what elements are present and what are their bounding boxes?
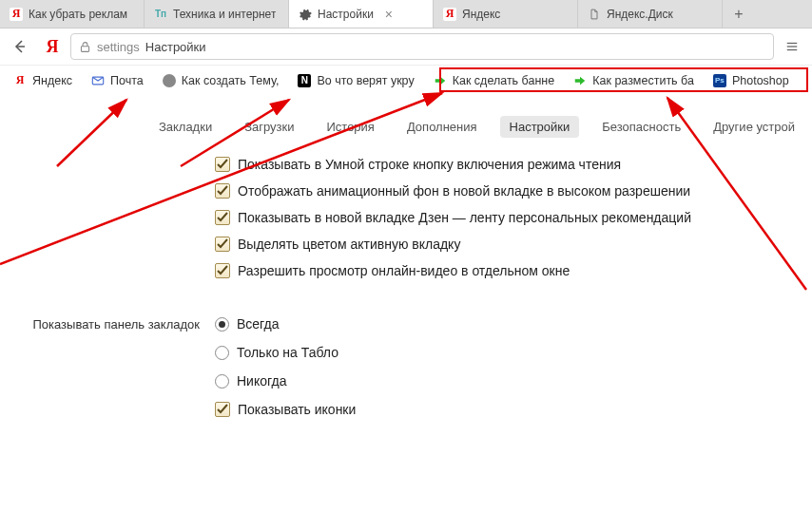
address-bar[interactable]: settings Настройки (70, 33, 774, 60)
checkbox-row[interactable]: Показывать в Умной строке кнопку включен… (215, 157, 812, 172)
tab-strip: Я Как убрать реклам Tп Техника и интерне… (0, 0, 812, 28)
radio-label: Только на Табло (237, 345, 338, 360)
bookmark-label: Почта (110, 74, 144, 87)
checkbox-checked-icon (215, 402, 230, 417)
site-icon: Tп (154, 8, 167, 21)
yandex-icon: Я (10, 8, 23, 21)
tab-title: Настройки (318, 8, 374, 21)
bookmark-label: Во что верят укру (317, 74, 414, 87)
checkbox-checked-icon (215, 263, 230, 278)
gear-icon (299, 8, 312, 21)
checkbox-checked-icon (215, 183, 230, 199)
bookmark-item[interactable]: Я Яндекс (6, 70, 80, 91)
checkbox-label: Выделять цветом активную вкладку (238, 237, 460, 252)
bookmark-label: Яндекс (32, 74, 72, 87)
checkbox-label: Показывать в Умной строке кнопку включен… (238, 157, 621, 172)
radio-label: Всегда (237, 316, 280, 332)
site-icon: N (298, 74, 311, 87)
nav-other[interactable]: Другие устрой (704, 116, 804, 138)
tab-title: Яндекс.Диск (607, 8, 673, 21)
tab-title: Техника и интернет (173, 8, 276, 21)
tab-title: Яндекс (462, 8, 500, 21)
bookmark-item[interactable]: N Во что верят укру (290, 70, 421, 91)
tab-0[interactable]: Я Как убрать реклам (0, 0, 145, 28)
annotation-box (439, 67, 808, 92)
tab-2[interactable]: Настройки × (289, 0, 434, 28)
nav-settings[interactable]: Настройки (500, 116, 580, 138)
bookmarks-bar: Я Яндекс Почта Как создать Тему, N Во чт… (0, 65, 812, 95)
radio-icon (215, 374, 229, 389)
close-icon[interactable]: × (385, 7, 393, 22)
home-button[interactable]: Я (38, 32, 67, 61)
address-row: Я settings Настройки (0, 28, 812, 65)
checkbox-checked-icon (215, 237, 230, 252)
radio-icon (215, 346, 229, 360)
checkbox-label: Разрешить просмотр онлайн-видео в отдель… (238, 263, 570, 278)
checkbox-row[interactable]: Отображать анимационный фон в новой вкла… (215, 183, 812, 199)
checkbox-label: Показывать иконки (238, 402, 356, 417)
section-label: Показывать панель закладок (0, 316, 215, 333)
svg-rect-1 (81, 46, 88, 51)
nav-history[interactable]: История (317, 116, 383, 138)
checkbox-row[interactable]: Разрешить просмотр онлайн-видео в отдель… (215, 263, 812, 278)
new-tab-button[interactable]: + (723, 0, 755, 28)
radio-row[interactable]: Только на Табло (215, 345, 812, 360)
bookmark-item[interactable]: Почта (84, 70, 151, 91)
settings-nav: Закладки Загрузки История Дополнения Нас… (0, 95, 812, 151)
address-text: Настройки (145, 40, 206, 54)
radio-selected-icon (215, 317, 229, 332)
nav-addons[interactable]: Дополнения (397, 116, 487, 138)
mail-icon (91, 74, 105, 87)
radio-label: Никогда (237, 373, 286, 389)
address-prefix: settings (97, 40, 140, 54)
bookmark-label: Как создать Тему, (182, 74, 280, 87)
checkbox-row[interactable]: Показывать в новой вкладке Дзен — ленту … (215, 210, 812, 225)
tab-4[interactable]: Яндекс.Диск (578, 0, 723, 28)
nav-downloads[interactable]: Загрузки (235, 116, 303, 138)
nav-security[interactable]: Безопасность (592, 116, 690, 138)
lock-icon (79, 41, 91, 53)
checkbox-checked-icon (215, 210, 230, 225)
checkbox-row[interactable]: Показывать иконки (215, 402, 812, 417)
document-icon (588, 8, 601, 21)
tab-1[interactable]: Tп Техника и интернет (145, 0, 289, 28)
checkbox-row[interactable]: Выделять цветом активную вкладку (215, 237, 812, 252)
site-icon (163, 74, 176, 87)
tab-title: Как убрать реклам (29, 8, 127, 21)
checkbox-checked-icon (215, 157, 230, 172)
bookmark-item[interactable]: Как создать Тему, (155, 70, 287, 91)
tab-3[interactable]: Я Яндекс (434, 0, 578, 28)
checkbox-label: Показывать в новой вкладке Дзен — ленту … (238, 210, 691, 225)
yandex-icon: Я (443, 8, 456, 21)
settings-body: Показывать в Умной строке кнопку включен… (0, 151, 812, 428)
radio-row[interactable]: Всегда (215, 316, 812, 332)
back-button[interactable] (6, 32, 34, 61)
radio-row[interactable]: Никогда (215, 373, 812, 389)
checkbox-label: Отображать анимационный фон в новой вкла… (238, 183, 690, 199)
menu-button[interactable] (778, 32, 806, 61)
yandex-icon: Я (13, 74, 27, 87)
nav-bookmarks[interactable]: Закладки (149, 116, 222, 138)
